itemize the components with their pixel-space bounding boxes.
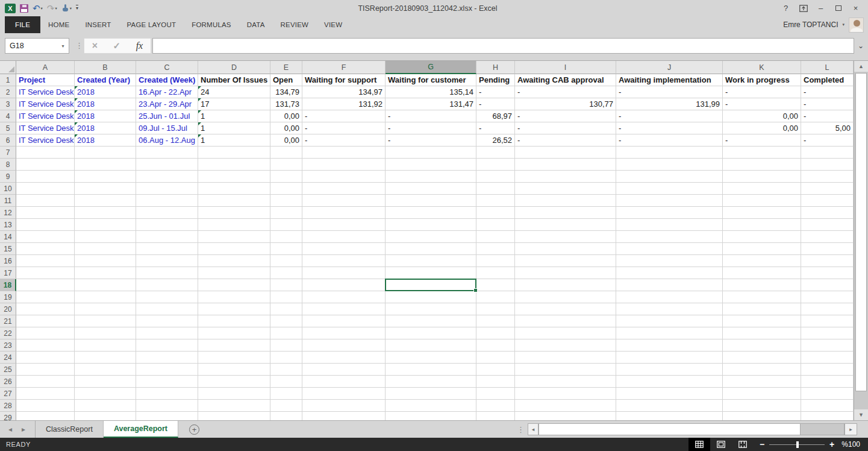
cell-K13[interactable] (723, 219, 801, 231)
row-header-20[interactable]: 20 (0, 303, 16, 315)
cell-L4[interactable]: - (801, 110, 854, 122)
cell-B8[interactable] (75, 159, 136, 171)
cell-B27[interactable] (75, 388, 136, 400)
cell-H17[interactable] (476, 267, 515, 279)
cell-F25[interactable] (302, 364, 386, 376)
cell-L11[interactable] (801, 195, 854, 207)
cell-A3[interactable]: IT Service Desk (16, 98, 75, 110)
column-header-F[interactable]: F (302, 61, 386, 74)
cell-C21[interactable] (136, 315, 198, 327)
cell-K5[interactable]: 0,00 (723, 122, 801, 134)
cell-F14[interactable] (302, 231, 386, 243)
cell-H16[interactable] (476, 255, 515, 267)
cell-L25[interactable] (801, 364, 854, 376)
cell-A8[interactable] (16, 159, 75, 171)
cell-H12[interactable] (476, 207, 515, 219)
cell-F27[interactable] (302, 388, 386, 400)
cell-F19[interactable] (302, 291, 386, 303)
cell-A5[interactable]: IT Service Desk (16, 122, 75, 134)
cell-F11[interactable] (302, 195, 386, 207)
cell-G1[interactable]: Waiting for customer (386, 74, 476, 86)
cell-B14[interactable] (75, 231, 136, 243)
cell-C8[interactable] (136, 159, 198, 171)
cell-A16[interactable] (16, 255, 75, 267)
cell-K28[interactable] (723, 400, 801, 412)
cell-F13[interactable] (302, 219, 386, 231)
cell-H10[interactable] (476, 183, 515, 195)
cell-D16[interactable] (198, 255, 270, 267)
cell-A1[interactable]: Project (16, 74, 75, 86)
cell-H29[interactable] (476, 412, 515, 420)
cell-J25[interactable] (616, 364, 723, 376)
zoom-slider[interactable] (769, 444, 825, 445)
redo-dropdown-icon[interactable]: ▾ (55, 6, 57, 11)
cell-K8[interactable] (723, 159, 801, 171)
cell-C28[interactable] (136, 400, 198, 412)
cell-F2[interactable]: 134,97 (302, 86, 386, 98)
cell-G13[interactable] (386, 219, 476, 231)
cell-A21[interactable] (16, 315, 75, 327)
cell-E18[interactable] (270, 279, 302, 291)
cell-C17[interactable] (136, 267, 198, 279)
cell-B2[interactable]: 2018 (75, 86, 136, 98)
cell-I25[interactable] (515, 364, 616, 376)
cell-B13[interactable] (75, 219, 136, 231)
cell-B26[interactable] (75, 376, 136, 388)
cell-I13[interactable] (515, 219, 616, 231)
cell-G20[interactable] (386, 303, 476, 315)
cell-B17[interactable] (75, 267, 136, 279)
cell-C11[interactable] (136, 195, 198, 207)
normal-view-button[interactable] (688, 438, 710, 451)
cell-C9[interactable] (136, 171, 198, 183)
cell-D13[interactable] (198, 219, 270, 231)
cell-F4[interactable]: - (302, 110, 386, 122)
cell-J28[interactable] (616, 400, 723, 412)
cell-L15[interactable] (801, 243, 854, 255)
cell-C23[interactable] (136, 339, 198, 352)
cell-C29[interactable] (136, 412, 198, 420)
cell-I15[interactable] (515, 243, 616, 255)
cell-F26[interactable] (302, 376, 386, 388)
vertical-scrollbar[interactable]: ▲ ▼ (854, 61, 868, 420)
row-header-2[interactable]: 2 (0, 86, 16, 98)
tab-scrollbar-splitter[interactable]: ⋮ (517, 425, 525, 434)
cell-C27[interactable] (136, 388, 198, 400)
cell-D19[interactable] (198, 291, 270, 303)
cell-H13[interactable] (476, 219, 515, 231)
cell-F12[interactable] (302, 207, 386, 219)
cell-E16[interactable] (270, 255, 302, 267)
cell-B15[interactable] (75, 243, 136, 255)
cell-B29[interactable] (75, 412, 136, 420)
cell-B12[interactable] (75, 207, 136, 219)
column-header-J[interactable]: J (616, 61, 723, 74)
cell-I24[interactable] (515, 352, 616, 364)
cell-C14[interactable] (136, 231, 198, 243)
cell-J2[interactable]: - (616, 86, 723, 98)
cell-D11[interactable] (198, 195, 270, 207)
cell-K26[interactable] (723, 376, 801, 388)
cell-B11[interactable] (75, 195, 136, 207)
cell-E10[interactable] (270, 183, 302, 195)
cell-I10[interactable] (515, 183, 616, 195)
cell-F9[interactable] (302, 171, 386, 183)
cell-L9[interactable] (801, 171, 854, 183)
cell-J24[interactable] (616, 352, 723, 364)
row-header-5[interactable]: 5 (0, 122, 16, 134)
cell-G25[interactable] (386, 364, 476, 376)
cell-C10[interactable] (136, 183, 198, 195)
cell-K1[interactable]: Work in progress (723, 74, 801, 86)
cell-F18[interactable] (302, 279, 386, 291)
row-header-14[interactable]: 14 (0, 231, 16, 243)
column-header-C[interactable]: C (136, 61, 198, 74)
cell-L20[interactable] (801, 303, 854, 315)
cell-I17[interactable] (515, 267, 616, 279)
cell-J22[interactable] (616, 327, 723, 339)
cell-J13[interactable] (616, 219, 723, 231)
cell-B28[interactable] (75, 400, 136, 412)
cell-E8[interactable] (270, 159, 302, 171)
cell-B16[interactable] (75, 255, 136, 267)
cell-L21[interactable] (801, 315, 854, 327)
cell-E17[interactable] (270, 267, 302, 279)
cell-G29[interactable] (386, 412, 476, 420)
cell-J4[interactable]: - (616, 110, 723, 122)
